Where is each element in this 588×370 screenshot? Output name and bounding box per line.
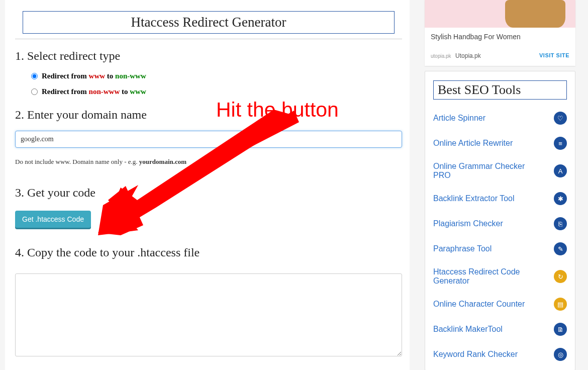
tool-link[interactable]: Online Article Rewriter xyxy=(433,139,513,148)
plagiarism-icon: ⎘ xyxy=(554,217,567,230)
sidebar: Stylish Handbag For Women utopia.pk Utop… xyxy=(425,0,580,370)
counter-icon: ▤ xyxy=(554,298,567,311)
tool-link[interactable]: Backlink Extractor Tool xyxy=(433,194,515,203)
tool-link[interactable]: Backlink MakerTool xyxy=(433,325,503,334)
tool-link[interactable]: Online Character Counter xyxy=(433,300,525,309)
tool-link[interactable]: Plagiarism Checker xyxy=(433,219,503,228)
page-title: Htaccess Redirect Generator xyxy=(23,11,395,34)
radio-option-nonwww-to-www[interactable]: Redirect from non-www to www xyxy=(31,87,402,96)
ad-text: Stylish Handbag For Women xyxy=(425,28,575,46)
tool-item: Backlink MakerTool🗎 xyxy=(433,323,567,336)
rewriter-icon: ≡ xyxy=(554,137,567,150)
tool-item: Plagiarism Checker⎘ xyxy=(433,217,567,230)
handbag-icon xyxy=(505,0,565,28)
tool-link[interactable]: Online Grammar Checker PRO xyxy=(433,162,544,180)
ad-brand: utopia.pk Utopia.pk xyxy=(431,51,481,60)
section4-heading: 4. Copy the code to your .htaccess file xyxy=(15,246,402,259)
rank-icon: ◎ xyxy=(554,348,567,361)
tool-item: Article Spinner♡ xyxy=(433,112,567,125)
get-htaccess-code-button[interactable]: Get .htaccess Code xyxy=(15,211,91,228)
tool-item: Online Character Counter▤ xyxy=(433,298,567,311)
tool-item: Keyword Rank Checker◎ xyxy=(433,348,567,361)
radio-option-www-to-nonwww[interactable]: Redirect from www to non-www xyxy=(31,72,402,80)
tool-item: Backlink Extractor Tool✱ xyxy=(433,192,567,205)
htaccess-code-output[interactable] xyxy=(15,273,402,356)
radio-www-to-nonwww[interactable] xyxy=(31,73,38,79)
redirect-type-group: Redirect from www to non-www Redirect fr… xyxy=(31,72,402,96)
ad-image xyxy=(425,0,575,28)
spinner-icon: ♡ xyxy=(554,112,567,125)
section1-heading: 1. Select redirect type xyxy=(15,49,402,63)
tools-panel: Best SEO Tools Article Spinner♡Online Ar… xyxy=(425,71,575,370)
tool-link[interactable]: Htaccess Redirect Code Generator xyxy=(433,267,544,286)
radio-nonwww-to-www[interactable] xyxy=(31,88,38,95)
annotation-arrow-icon xyxy=(88,110,299,240)
tool-link[interactable]: Article Spinner xyxy=(433,114,485,123)
tool-link[interactable]: Paraphrase Tool xyxy=(433,244,492,253)
tool-link[interactable]: Keyword Rank Checker xyxy=(433,350,518,359)
grammar-icon: A xyxy=(554,164,567,177)
maker-icon: 🗎 xyxy=(554,323,567,336)
main-panel: Htaccess Redirect Generator 1. Select re… xyxy=(5,0,410,370)
divider xyxy=(15,39,402,39)
paraphrase-icon: ✎ xyxy=(554,242,567,255)
backlink-icon: ✱ xyxy=(554,192,567,205)
visit-site-link[interactable]: VISIT SITE xyxy=(539,52,569,58)
tools-title: Best SEO Tools xyxy=(433,80,567,100)
htaccess-icon: ↻ xyxy=(554,270,567,283)
tool-item: Paraphrase Tool✎ xyxy=(433,242,567,255)
tool-item: Online Grammar Checker PROA xyxy=(433,162,567,180)
tool-item: Online Article Rewriter≡ xyxy=(433,137,567,150)
tool-item: Htaccess Redirect Code Generator↻ xyxy=(433,267,567,286)
ad-card[interactable]: Stylish Handbag For Women utopia.pk Utop… xyxy=(425,0,575,66)
